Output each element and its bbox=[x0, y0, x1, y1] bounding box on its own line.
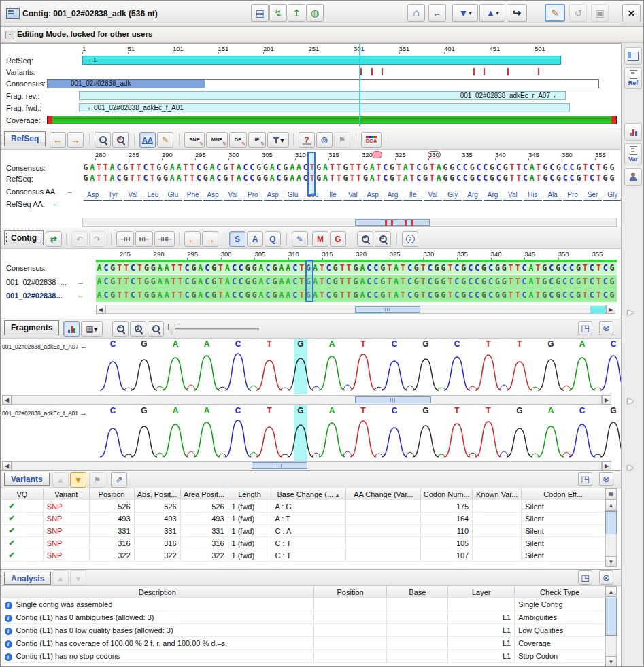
trace-row-reverse[interactable]: 001_02#02838_adkEc_r_A07← CGAACTGATCGCTT… bbox=[1, 339, 621, 394]
zoom-in-icon[interactable] bbox=[357, 231, 373, 247]
report-icon[interactable]: ▤ bbox=[251, 4, 269, 22]
cca-view-button[interactable]: CCA bbox=[361, 132, 382, 148]
variants-row[interactable]: ✔SNP5265265261 (fwd)A : G175Silent bbox=[1, 500, 605, 513]
variants-panel-title[interactable]: Variants bbox=[4, 473, 50, 486]
expand-handle-icon[interactable]: ▶ bbox=[628, 308, 633, 317]
add-mnp-button[interactable]: MNP✎ bbox=[206, 132, 228, 148]
zoom-out-icon[interactable] bbox=[148, 321, 164, 337]
contig-consensus-sequence[interactable]: ACGTTCTGGAATTCGACGTACCGGACGAACTGATCGTTGA… bbox=[96, 263, 615, 273]
column-header[interactable]: Area Posit... bbox=[180, 488, 228, 500]
scroll-right-button[interactable]: ▶ bbox=[602, 461, 611, 471]
column-header[interactable]: AA Change (Var... bbox=[346, 488, 421, 500]
analysis-panel-title[interactable]: Analysis bbox=[4, 572, 51, 585]
chart-tab-button[interactable] bbox=[624, 123, 642, 141]
zoom-in-icon[interactable] bbox=[95, 132, 111, 148]
scroll-right-button[interactable]: ▶ bbox=[606, 305, 615, 314]
toggle-quality-button[interactable]: Q bbox=[265, 231, 281, 247]
fragment-rev-bar[interactable]: 001_02#02838_adkEc_r_A07← bbox=[79, 91, 566, 100]
variants-row[interactable]: ✔SNP4934934931 (fwd)A : T164Silent bbox=[1, 513, 605, 525]
add-ip-button[interactable]: IP✎ bbox=[248, 132, 266, 148]
move-down-icon[interactable]: ▼ bbox=[70, 472, 86, 488]
flag-icon[interactable]: ⚑ bbox=[334, 132, 350, 148]
back-button[interactable]: ← bbox=[428, 4, 446, 22]
contig-ruler[interactable]: 2852902953003053103153203253303353403453… bbox=[1, 250, 616, 260]
column-header[interactable]: VQ bbox=[1, 488, 44, 500]
gap-button[interactable]: G bbox=[330, 231, 346, 247]
close-panel-icon[interactable]: ⊗ bbox=[599, 472, 613, 486]
prev-difference-button[interactable]: ← bbox=[184, 231, 201, 247]
read-name[interactable]: 001_02#02838_... bbox=[6, 278, 67, 286]
refseq-consensus-sequence[interactable]: GATTACGTTCTGGAATTCGACGTACCGGACGAACTGATTG… bbox=[82, 163, 615, 173]
scroll-up-button[interactable]: ▲ bbox=[605, 500, 617, 511]
column-header[interactable]: Abs. Posit... bbox=[134, 488, 180, 500]
jump-prev-difference-button[interactable]: ▲▾ bbox=[479, 4, 505, 22]
column-header[interactable]: Layer bbox=[448, 586, 515, 598]
refseq-sequence[interactable]: GATTACGTTCTGGAATTCGACGTACCGGACGAACTGATTG… bbox=[82, 173, 615, 184]
column-header[interactable]: Variant bbox=[43, 488, 89, 500]
expand-handle-icon[interactable]: ▶ bbox=[628, 463, 633, 472]
table-config-icon[interactable]: ▦ bbox=[605, 488, 617, 500]
jump-next-difference-button[interactable]: ▼▾ bbox=[452, 4, 478, 22]
signal-icon[interactable]: ↯ bbox=[269, 4, 287, 22]
edit-base-pencil-icon[interactable]: ✎ bbox=[292, 231, 308, 247]
column-header[interactable]: Length bbox=[228, 488, 271, 500]
close-button[interactable]: × bbox=[622, 4, 641, 22]
fragments-panel-title[interactable]: Fragments bbox=[4, 320, 59, 335]
analysis-row[interactable]: iContig (L1) has coverage of 100.00 % 2 … bbox=[1, 637, 605, 650]
next-variant-button[interactable]: → bbox=[67, 132, 84, 148]
zoom-out-icon[interactable] bbox=[112, 132, 129, 148]
popout-panel-icon[interactable]: ◳ bbox=[578, 321, 592, 335]
add-snp-button[interactable]: SNP✎ bbox=[184, 132, 205, 148]
expand-handle-icon[interactable]: ▶ bbox=[628, 396, 633, 405]
move-up-icon[interactable]: ▲ bbox=[52, 570, 69, 586]
column-header[interactable]: Known Var... bbox=[473, 488, 522, 500]
scroll-right-button[interactable]: ▶ bbox=[602, 395, 611, 405]
submit-button[interactable]: ↪ bbox=[507, 4, 527, 22]
column-header[interactable]: Base bbox=[387, 586, 448, 598]
grid-view-button[interactable]: ▦▾ bbox=[81, 321, 103, 337]
contig-panel-title[interactable]: Contig bbox=[4, 230, 44, 245]
fragment-fwd-bar[interactable]: →001_02#02838_adkEc_f_A01 bbox=[79, 103, 570, 112]
column-header[interactable]: Check Type bbox=[515, 586, 605, 598]
zoom-reset-icon[interactable] bbox=[130, 321, 146, 337]
popout-panel-icon[interactable]: ◳ bbox=[578, 472, 592, 486]
trace-hscrollbar[interactable] bbox=[12, 395, 602, 405]
analysis-row[interactable]: iContig (L1) has 0 low quality bases (al… bbox=[1, 624, 605, 637]
close-panel-icon[interactable]: ⊗ bbox=[599, 570, 613, 585]
chromatogram-view-icon[interactable] bbox=[63, 321, 80, 337]
scrollbar-thumb[interactable] bbox=[355, 306, 420, 313]
reorder-reads-icon[interactable]: ⇄ bbox=[46, 231, 62, 247]
toggle-sequence-button[interactable]: S bbox=[229, 231, 245, 247]
column-header[interactable]: Position bbox=[89, 488, 134, 500]
filter-variants-button[interactable]: ▾ bbox=[267, 132, 289, 148]
layout-panels-icon[interactable] bbox=[624, 47, 642, 65]
read-sequence[interactable]: ACGTTCTGGAATTCGACGTACCGGACGAACTGATCGTTGA… bbox=[96, 290, 615, 301]
zoom-slider-track[interactable] bbox=[169, 328, 259, 330]
collapse-icon[interactable]: ▪ bbox=[5, 31, 14, 39]
ref-tab-button[interactable]: Ref bbox=[624, 67, 642, 89]
trace-hscrollbar[interactable] bbox=[12, 461, 602, 471]
scroll-left-button[interactable]: ◀ bbox=[2, 461, 12, 471]
consensus-overview-bar[interactable]: 001_02#02838_adk bbox=[47, 79, 599, 88]
column-header[interactable]: Codon Num... bbox=[421, 488, 473, 500]
analysis-row[interactable]: iSingle contig was assembledSingle Conti… bbox=[1, 598, 605, 611]
redo-icon[interactable]: ↷ bbox=[89, 231, 105, 247]
scroll-left-button[interactable]: ◀ bbox=[2, 395, 12, 405]
help-position-button[interactable]: ? bbox=[299, 132, 315, 148]
next-difference-button[interactable]: → bbox=[202, 231, 218, 247]
toggle-alignment-button[interactable]: A bbox=[247, 231, 263, 247]
zoom-out-icon[interactable] bbox=[375, 231, 391, 247]
var-tab-button[interactable]: Var bbox=[624, 143, 642, 165]
variants-row[interactable]: ✔SNP3223223221 (fwd)C : T107Silent bbox=[1, 549, 605, 562]
scroll-up-button[interactable]: ▲ bbox=[605, 586, 617, 597]
scrollbar-thumb[interactable] bbox=[355, 396, 431, 403]
read-name-selected[interactable]: 001_02#02838... bbox=[6, 292, 63, 300]
user-icon-button[interactable] bbox=[624, 168, 642, 186]
mask-button[interactable]: M bbox=[312, 231, 328, 247]
zoom-slider-thumb[interactable] bbox=[168, 324, 175, 334]
variants-row[interactable]: ✔SNP3313313311 (fwd)C : A110Silent bbox=[1, 525, 605, 537]
refseq-panel-title[interactable]: RefSeq bbox=[4, 131, 46, 146]
contig-hscrollbar[interactable] bbox=[105, 305, 606, 314]
popout-panel-icon[interactable]: ◳ bbox=[578, 570, 592, 585]
variants-row[interactable]: ✔SNP3163163161 (fwd)C : T105Silent bbox=[1, 537, 605, 549]
